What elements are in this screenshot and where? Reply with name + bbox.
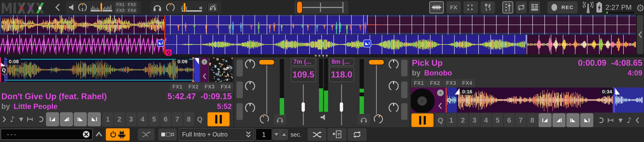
deck1-outro-end-marker[interactable] xyxy=(363,39,371,48)
deck2-eq-high-knob[interactable] xyxy=(388,59,399,70)
deck2-hotcue-6[interactable]: 6 xyxy=(504,113,514,127)
mic-fx2-button[interactable]: FX2 xyxy=(126,2,137,7)
deck2-intro-start-button[interactable] xyxy=(538,113,552,127)
deck2-hotcue-1[interactable]: 1 xyxy=(446,113,457,127)
deck1-outro-end-button[interactable] xyxy=(88,112,101,126)
effects-toggle-button[interactable]: FX xyxy=(446,1,461,13)
deck1-eq-mid-knob[interactable] xyxy=(244,80,256,91)
deck1-key-down-icon[interactable]: ▼ xyxy=(17,116,26,122)
deck2-quick-effect-knob[interactable] xyxy=(373,114,384,124)
deck2-intro-end-button[interactable] xyxy=(552,113,566,127)
broadcast-antenna-icon[interactable] xyxy=(583,2,593,13)
deck2-outro-start-button[interactable] xyxy=(566,113,580,127)
deck1-bpm-display[interactable]: 109.5 xyxy=(291,67,316,82)
deck2-play-pause-button[interactable] xyxy=(411,113,434,127)
deck1-outro-start-marker[interactable] xyxy=(157,39,164,47)
mic-eq-visualizer[interactable] xyxy=(90,3,112,12)
waveform-collapse-strip[interactable] xyxy=(637,15,643,54)
crossfader-handle[interactable] xyxy=(296,1,302,14)
deck2-cue-button[interactable]: Q xyxy=(436,113,445,127)
deck1-intro-start-button[interactable] xyxy=(46,112,59,126)
deck1-hotcue-2[interactable]: 2 xyxy=(114,112,125,126)
deck1-hotcue-8[interactable]: 8 xyxy=(184,112,194,126)
spin-up-button[interactable] xyxy=(280,129,288,140)
master-speaker-icon[interactable] xyxy=(320,114,327,121)
deck1-outro-start-button[interactable] xyxy=(74,112,87,126)
deck1-expand-icon[interactable] xyxy=(1,116,8,122)
deck2-hotcue-7[interactable]: 7 xyxy=(515,113,526,127)
crossfader[interactable] xyxy=(294,1,348,14)
mic-fx1-button[interactable]: FX1 xyxy=(115,2,126,7)
mixer-toggle-button[interactable] xyxy=(502,1,513,13)
deck2-pfl-button[interactable] xyxy=(358,114,370,125)
deck1-fx2-button[interactable]: FX2 xyxy=(186,83,201,91)
deck1-album-art[interactable] xyxy=(209,57,233,82)
deck2-vinyl[interactable] xyxy=(411,88,435,113)
deck1-hotcue-1[interactable]: 1 xyxy=(102,112,113,126)
search-box[interactable]: - - - xyxy=(1,129,92,140)
autodj-repeat-button[interactable] xyxy=(348,128,366,141)
deck2-volume-fader[interactable] xyxy=(368,59,384,65)
deck1-fx3-button[interactable]: FX3 xyxy=(202,83,217,91)
headphone-split-toggle[interactable] xyxy=(207,2,218,12)
waveforms-toggle-button[interactable] xyxy=(429,1,444,13)
deck1-slip-mode-icon[interactable] xyxy=(36,116,46,122)
deck1-cue-button[interactable]: Q xyxy=(195,112,204,126)
deck1-intro-end-button[interactable] xyxy=(60,112,73,126)
deck2-keylock-icon[interactable]: ♪ xyxy=(625,116,634,125)
deck1-keylock-icon[interactable]: ♪ xyxy=(8,115,17,124)
autodj-skip-next-button[interactable] xyxy=(138,129,155,141)
deck2-pitch-fader[interactable] xyxy=(340,102,344,112)
deck1-hotcue-3[interactable]: 3 xyxy=(126,112,136,126)
search-input-value[interactable]: - - - xyxy=(7,131,82,138)
deck2-bpm-display[interactable]: 118.0 xyxy=(329,67,354,82)
deck2-hotcue-5[interactable]: 5 xyxy=(492,113,503,127)
deck2-beatgrid-icon[interactable] xyxy=(606,117,616,123)
headphone-mix-slider[interactable] xyxy=(180,2,206,12)
record-button[interactable]: REC xyxy=(548,1,578,13)
deck2-cue-marker[interactable]: Q xyxy=(165,49,172,56)
deck1-spinny-collapse-icon[interactable] xyxy=(202,73,206,79)
deck2-fx1-button[interactable]: FX1 xyxy=(411,79,427,87)
transition-mode-select[interactable]: Full Intro + Outro xyxy=(179,128,254,141)
deck2-spinny-collapse-icon[interactable] xyxy=(438,103,442,109)
library-toggle-button[interactable] xyxy=(529,1,540,13)
deck1-eq-high-kill[interactable] xyxy=(236,60,243,76)
deck2-hotcue-2[interactable]: 2 xyxy=(458,113,468,127)
deck2-eq-mid-knob[interactable] xyxy=(388,80,399,91)
deck1-fx4-button[interactable]: FX4 xyxy=(218,83,234,91)
deck2-outro-end-button[interactable] xyxy=(580,113,593,127)
dual-deck-waveform[interactable] xyxy=(0,15,636,54)
deck1-pfl-button[interactable] xyxy=(274,114,286,125)
deck2-key-down-icon[interactable]: ▼ xyxy=(616,117,625,123)
autodj-enable-button[interactable] xyxy=(106,128,130,141)
mic-fx4-button[interactable]: FX4 xyxy=(126,8,137,13)
deck1-play-pause-button[interactable] xyxy=(207,112,230,127)
waveform-splitter-handle[interactable] xyxy=(314,55,330,57)
deck2-key-display[interactable]: 8m (... xyxy=(329,58,354,66)
deck1-eq-low-kill[interactable] xyxy=(236,103,243,120)
toolbar-collapse-left-icon[interactable] xyxy=(55,4,60,11)
deck1-beatgrid-icon[interactable] xyxy=(26,116,36,122)
search-clear-icon[interactable] xyxy=(82,131,90,138)
deck2-slip-mode-icon[interactable] xyxy=(596,117,606,123)
deck2-hotcue-4[interactable]: 4 xyxy=(481,113,492,127)
deck1-eq-low-knob[interactable] xyxy=(244,102,256,113)
deck1-quick-effect-knob[interactable] xyxy=(259,114,269,124)
spin-down-button[interactable] xyxy=(273,129,280,140)
deck2-mini-vinyl[interactable] xyxy=(437,89,444,96)
deck1-fx1-button[interactable]: FX1 xyxy=(170,83,185,91)
deck2-eq-mid-kill[interactable] xyxy=(401,81,408,98)
transition-time-spinbox[interactable]: 1 xyxy=(256,129,272,141)
transition-time-value[interactable]: 1 xyxy=(262,131,266,138)
deck2-eq-high-kill[interactable] xyxy=(401,60,408,76)
deck1-key-display[interactable]: 7m (... xyxy=(291,58,316,66)
deck1-hotcue-7[interactable]: 7 xyxy=(172,112,183,126)
deck1-eq-mid-kill[interactable] xyxy=(236,81,243,98)
deck2-fx4-button[interactable]: FX4 xyxy=(460,79,475,87)
autodj-shuffle-button[interactable] xyxy=(308,128,326,141)
deck2-hotcue-3[interactable]: 3 xyxy=(469,113,480,127)
deck1-hotcue-5[interactable]: 5 xyxy=(149,112,160,126)
deck2-fx2-button[interactable]: FX2 xyxy=(427,79,443,87)
deck1-eq-high-knob[interactable] xyxy=(244,59,256,70)
